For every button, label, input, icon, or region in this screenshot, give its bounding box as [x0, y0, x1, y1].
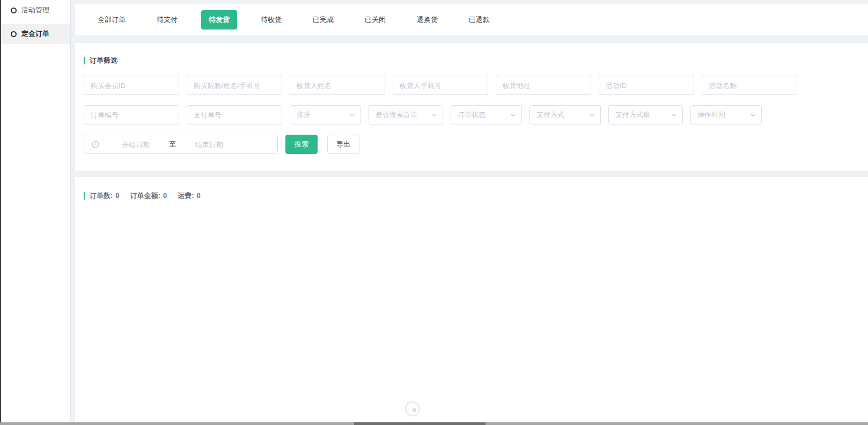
date-range-picker[interactable]: 至: [84, 135, 278, 154]
order-summary-bar: 订单数:0 订单金额:0 运费:0: [84, 191, 859, 201]
consignee-phone-input[interactable]: [393, 76, 488, 95]
accent-bar: [84, 57, 85, 64]
consignee-name-input[interactable]: [290, 76, 385, 95]
operation-time-select[interactable]: 操作时间: [690, 105, 762, 124]
chevron-down-icon: [671, 112, 677, 118]
chevron-down-icon: [431, 112, 437, 118]
loading-spinner-icon: [405, 401, 420, 416]
tab-pending-shipment[interactable]: 待发货: [201, 10, 237, 30]
sidebar-item-activity-management[interactable]: 活动管理: [1, 0, 70, 20]
chevron-down-icon: [510, 112, 516, 118]
sidebar-item-deposit-orders[interactable]: 定金订单: [1, 24, 70, 44]
chevron-down-icon: [589, 112, 595, 118]
tab-return-exchange[interactable]: 退换货: [409, 10, 445, 30]
buyer-nickname-name-phone-input[interactable]: [187, 76, 282, 95]
sidebar: 活动管理 定金订单: [1, 0, 71, 425]
chevron-down-icon: [750, 112, 756, 118]
tab-pending-payment[interactable]: 待支付: [149, 10, 185, 30]
scrollbar-thumb[interactable]: [354, 422, 486, 425]
first-order-search-select[interactable]: 是否搜索首单: [369, 105, 443, 124]
order-status-tabs: 全部订单 待支付 待发货 待收货 已完成 已关闭 退换货 已退款: [75, 4, 868, 35]
filter-row-1: [84, 76, 859, 95]
order-status-select[interactable]: 订单状态: [451, 105, 522, 124]
payment-method-group-select[interactable]: 支付方式组: [608, 105, 683, 124]
start-date-input[interactable]: [104, 141, 168, 149]
activity-name-input[interactable]: [702, 76, 797, 95]
tab-pending-receipt[interactable]: 待收货: [253, 10, 289, 30]
date-range-separator: 至: [168, 140, 177, 149]
search-button[interactable]: 搜索: [285, 135, 318, 154]
chevron-down-icon: [349, 112, 355, 118]
sort-select[interactable]: 排序: [290, 105, 361, 124]
tab-closed[interactable]: 已关闭: [357, 10, 393, 30]
sidebar-item-label: 活动管理: [21, 5, 49, 15]
accent-bar: [84, 192, 85, 200]
order-number-input[interactable]: [84, 105, 179, 124]
filter-row-2: 排序 是否搜索首单 订单状态 支付方式 支付方式组 操作时间: [84, 105, 859, 124]
payment-method-select[interactable]: 支付方式: [529, 105, 601, 124]
order-count: 订单数:0: [90, 191, 120, 201]
tab-refunded[interactable]: 已退款: [461, 10, 497, 30]
order-admin-page: 活动管理 定金订单 全部订单 待支付 待发货 待收货 已完成 已关闭 退换货 已…: [0, 0, 868, 425]
export-button[interactable]: 导出: [327, 135, 359, 154]
tab-completed[interactable]: 已完成: [305, 10, 341, 30]
activity-id-input[interactable]: [599, 76, 694, 95]
order-filter-panel: 订单筛选 排序 是否搜索首单 订单状态: [75, 43, 868, 171]
freight-total: 运费:0: [178, 191, 201, 201]
collapsed-menu-strip: [0, 0, 1, 425]
order-results-panel: 订单数:0 订单金额:0 运费:0: [75, 177, 868, 425]
clock-icon: [92, 141, 99, 148]
payment-number-input[interactable]: [187, 105, 282, 124]
order-amount: 订单金额:0: [130, 191, 167, 201]
sidebar-item-label: 定金订单: [21, 29, 49, 39]
horizontal-scrollbar[interactable]: [0, 422, 868, 425]
tab-all-orders[interactable]: 全部订单: [90, 10, 133, 30]
filter-section-title: 订单筛选: [84, 56, 859, 65]
end-date-input[interactable]: [177, 141, 241, 149]
buyer-member-id-input[interactable]: [84, 76, 179, 95]
filter-row-3: 至 搜索 导出: [84, 135, 859, 154]
circle-bullet-icon: [11, 8, 17, 13]
filter-title-text: 订单筛选: [90, 56, 117, 65]
circle-bullet-icon: [11, 31, 17, 37]
shipping-address-input[interactable]: [496, 76, 591, 95]
